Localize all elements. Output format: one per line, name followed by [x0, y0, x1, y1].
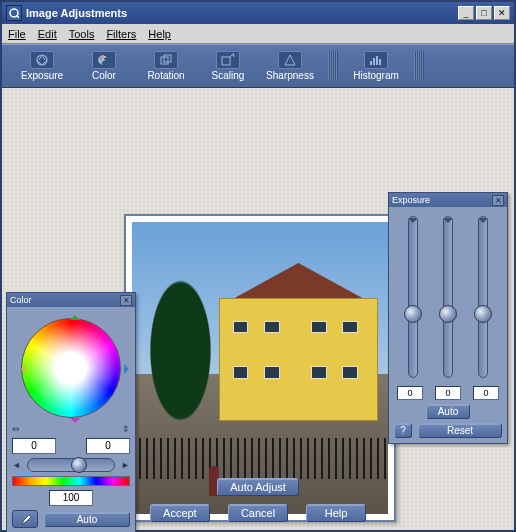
svg-point-2: [37, 55, 47, 65]
arrows-v-icon: ⇕: [122, 424, 130, 434]
exposure-auto-button[interactable]: Auto: [426, 404, 470, 419]
help-button[interactable]: Help: [306, 504, 366, 522]
exposure-slider-3[interactable]: [472, 216, 494, 378]
slider-knob[interactable]: [474, 305, 492, 323]
image-canvas[interactable]: [124, 214, 396, 522]
triangle-right-icon[interactable]: ►: [121, 460, 130, 470]
menu-filters[interactable]: Filters: [106, 28, 136, 40]
toolbar-scaling[interactable]: Scaling: [198, 46, 258, 86]
svg-point-4: [100, 61, 102, 63]
hue-marker-icon: [70, 310, 80, 320]
accept-button[interactable]: Accept: [150, 504, 210, 522]
exposure-panel-title: Exposure: [392, 195, 492, 205]
triangle-down-icon[interactable]: [478, 218, 488, 228]
exposure-reset-button[interactable]: Reset: [418, 423, 502, 438]
toolbar-color[interactable]: Color: [74, 46, 134, 86]
svg-rect-12: [379, 59, 381, 65]
workspace: Color ✕ ⇔ ⇕ 0: [2, 88, 514, 530]
aperture-icon: [30, 51, 54, 69]
exposure-panel: Exposure ✕: [388, 192, 508, 444]
triangle-down-icon[interactable]: [443, 218, 453, 228]
triangle-down-icon[interactable]: [408, 218, 418, 228]
toolbar-sharpness[interactable]: Sharpness: [260, 46, 320, 86]
triangle-left-icon[interactable]: ◄: [12, 460, 21, 470]
exposure-value-3[interactable]: 0: [473, 386, 499, 400]
hue-marker-icon: [70, 418, 80, 428]
histogram-icon: [364, 51, 388, 69]
hue-marker-icon: [124, 364, 134, 374]
menu-help[interactable]: Help: [148, 28, 171, 40]
color-wheel[interactable]: [21, 318, 121, 418]
rotate-icon: [154, 51, 178, 69]
cancel-button[interactable]: Cancel: [228, 504, 288, 522]
toolbar-label: Sharpness: [266, 70, 314, 81]
palette-icon: [92, 51, 116, 69]
menu-tools[interactable]: Tools: [69, 28, 95, 40]
image-content: [132, 222, 388, 514]
svg-line-1: [17, 16, 20, 19]
toolbar-histogram[interactable]: Histogram: [346, 46, 406, 86]
maximize-button[interactable]: □: [476, 6, 492, 20]
menu-file[interactable]: File: [8, 28, 26, 40]
color-panel: Color ✕ ⇔ ⇕ 0: [6, 292, 136, 532]
hue-marker-icon: [16, 364, 26, 374]
exposure-slider-1[interactable]: [402, 216, 424, 378]
svg-point-5: [104, 56, 106, 58]
titlebar: Image Adjustments _ □ ✕: [2, 2, 514, 24]
auto-adjust-button[interactable]: Auto Adjust: [217, 478, 299, 496]
exposure-panel-titlebar[interactable]: Exposure ✕: [389, 193, 507, 207]
scale-icon: [216, 51, 240, 69]
toolbar-exposure[interactable]: Exposure: [12, 46, 72, 86]
sat-value[interactable]: 0: [86, 438, 130, 454]
toolbar: Exposure Color Rotation Scaling Sharpnes…: [2, 44, 514, 88]
color-wheel-cursor[interactable]: [71, 368, 75, 372]
color-panel-title: Color: [10, 295, 120, 305]
svg-point-3: [100, 57, 102, 59]
app-window: Image Adjustments _ □ ✕ File Edit Tools …: [0, 0, 516, 532]
color-panel-titlebar[interactable]: Color ✕: [7, 293, 135, 307]
exposure-panel-close-button[interactable]: ✕: [492, 195, 504, 206]
sharpen-icon: [278, 51, 302, 69]
toolbar-label: Color: [92, 70, 116, 81]
minimize-button[interactable]: _: [458, 6, 474, 20]
toolbar-rotation[interactable]: Rotation: [136, 46, 196, 86]
lightness-slider[interactable]: [27, 458, 115, 472]
slider-knob[interactable]: [71, 457, 87, 473]
exposure-slider-2[interactable]: [437, 216, 459, 378]
menu-edit[interactable]: Edit: [38, 28, 57, 40]
window-title: Image Adjustments: [26, 7, 456, 19]
hue-value[interactable]: 0: [12, 438, 56, 454]
toolbar-label: Exposure: [21, 70, 63, 81]
arrows-h-icon: ⇔: [12, 424, 20, 434]
svg-rect-11: [376, 56, 378, 65]
toolbar-label: Scaling: [212, 70, 245, 81]
slider-knob[interactable]: [404, 305, 422, 323]
exposure-value-1[interactable]: 0: [397, 386, 423, 400]
toolbar-label: Histogram: [353, 70, 399, 81]
svg-rect-10: [373, 58, 375, 65]
app-icon: [6, 5, 22, 21]
color-panel-close-button[interactable]: ✕: [120, 295, 132, 306]
toolbar-separator: [414, 51, 424, 81]
exposure-value-2[interactable]: 0: [435, 386, 461, 400]
svg-rect-9: [370, 61, 372, 65]
toolbar-separator: [328, 51, 338, 81]
slider-knob[interactable]: [439, 305, 457, 323]
menubar: File Edit Tools Filters Help: [2, 24, 514, 44]
svg-rect-8: [222, 57, 230, 65]
toolbar-label: Rotation: [147, 70, 184, 81]
exposure-help-button[interactable]: ?: [394, 423, 412, 438]
close-button[interactable]: ✕: [494, 6, 510, 20]
